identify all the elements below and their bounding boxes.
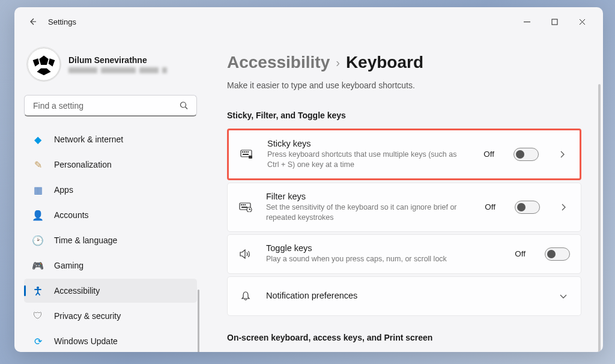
sidebar-item-privacy[interactable]: 🛡 Privacy & security <box>24 304 197 328</box>
app-title: Settings <box>48 17 76 26</box>
svg-point-6 <box>181 102 186 108</box>
body: Dilum Senevirathne ◆ Network & internet … <box>14 36 603 352</box>
chevron-right-icon <box>557 204 570 211</box>
clock-icon: 🕑 <box>32 235 43 246</box>
svg-rect-9 <box>242 151 243 153</box>
svg-rect-16 <box>241 204 242 205</box>
sidebar-item-apps[interactable]: ▦ Apps <box>24 178 197 202</box>
chevron-down-icon <box>557 294 570 299</box>
sidebar-item-label: Time & language <box>54 235 117 245</box>
card-text: Filter keys Set the sensitivity of the k… <box>266 192 471 223</box>
svg-rect-18 <box>244 204 246 205</box>
chevron-right-icon <box>556 151 569 158</box>
sidebar-item-label: Privacy & security <box>54 311 121 321</box>
svg-point-7 <box>37 287 39 289</box>
main-scrollbar[interactable] <box>598 84 601 352</box>
breadcrumb-parent[interactable]: Accessibility <box>227 53 330 72</box>
sticky-keys-row[interactable]: Sticky keys Press keyboard shortcuts tha… <box>227 129 581 180</box>
notification-preferences-row[interactable]: Notification preferences <box>227 276 581 316</box>
sticky-keys-state: Off <box>483 150 494 159</box>
search-icon <box>180 102 189 111</box>
sticky-keys-toggle[interactable] <box>514 148 539 161</box>
card-text: Sticky keys Press keyboard shortcuts tha… <box>267 139 470 170</box>
sidebar-item-label: Accounts <box>54 210 89 220</box>
sidebar-item-label: Personalization <box>54 160 112 169</box>
profile-block[interactable]: Dilum Senevirathne <box>24 38 197 94</box>
card-text: Notification preferences <box>266 291 540 302</box>
sidebar-item-update[interactable]: ⟳ Windows Update <box>24 329 197 352</box>
settings-window: Settings Dilum Senevirathne <box>14 7 603 352</box>
toggle-keys-state: Off <box>515 249 526 258</box>
sidebar-scrollbar[interactable] <box>198 290 199 352</box>
sidebar-item-network[interactable]: ◆ Network & internet <box>24 127 197 151</box>
wifi-icon: ◆ <box>32 134 43 145</box>
sidebar-item-label: Apps <box>54 185 73 195</box>
filter-keys-state: Off <box>485 202 495 211</box>
toggle-keys-toggle[interactable] <box>545 247 570 261</box>
sidebar-item-time[interactable]: 🕑 Time & language <box>24 228 197 252</box>
sidebar-item-label: Gaming <box>54 261 83 270</box>
svg-rect-14 <box>249 156 252 159</box>
page-subtitle: Make it easier to type and use keyboard … <box>227 80 581 90</box>
card-text: Toggle keys Play a sound when you press … <box>266 243 501 264</box>
maximize-icon <box>551 19 558 25</box>
sticky-keys-desc: Press keyboard shortcuts that use multip… <box>267 150 470 170</box>
bell-icon <box>238 291 253 302</box>
notif-pref-title: Notification preferences <box>266 291 540 300</box>
filter-keys-row[interactable]: Filter keys Set the sensitivity of the k… <box>227 183 581 232</box>
close-button[interactable] <box>568 12 596 31</box>
avatar <box>26 47 61 82</box>
search-input[interactable] <box>24 95 197 117</box>
keyboard-icon <box>240 150 254 159</box>
svg-rect-12 <box>247 151 249 153</box>
breadcrumb: Accessibility › Keyboard <box>227 53 581 72</box>
window-controls <box>513 12 596 31</box>
svg-rect-13 <box>243 154 249 155</box>
svg-rect-17 <box>243 204 244 205</box>
toggle-keys-row[interactable]: Toggle keys Play a sound when you press … <box>227 234 581 274</box>
svg-rect-10 <box>244 151 245 153</box>
nav: ◆ Network & internet ✎ Personalization ▦… <box>24 127 197 352</box>
sidebar-item-label: Accessibility <box>54 286 100 296</box>
svg-rect-0 <box>552 19 557 25</box>
update-icon: ⟳ <box>32 336 43 347</box>
toggle-keys-desc: Play a sound when you press caps, num, o… <box>266 254 488 264</box>
apps-icon: ▦ <box>32 184 43 195</box>
sidebar-item-accessibility[interactable]: Accessibility <box>24 279 197 303</box>
filter-keys-desc: Set the sensitivity of the keyboard so i… <box>266 202 471 223</box>
keyboard-clock-icon <box>238 202 253 212</box>
sidebar-item-label: Windows Update <box>54 336 118 346</box>
toggle-keys-title: Toggle keys <box>266 243 501 253</box>
filter-keys-toggle[interactable] <box>515 201 540 214</box>
accessibility-icon <box>32 285 43 296</box>
section-heading-sticky: Sticky, Filter, and Toggle keys <box>227 111 581 120</box>
svg-rect-19 <box>241 207 247 208</box>
close-icon <box>579 19 586 25</box>
minimize-button[interactable] <box>513 12 541 31</box>
page-title: Keyboard <box>346 53 423 72</box>
minimize-icon <box>524 19 530 25</box>
back-arrow-icon <box>28 17 37 26</box>
speaker-icon <box>238 249 253 259</box>
sidebar-item-accounts[interactable]: 👤 Accounts <box>24 203 197 227</box>
chevron-right-icon: › <box>336 56 340 70</box>
maximize-button[interactable] <box>541 12 568 31</box>
person-icon: 👤 <box>32 210 43 220</box>
sidebar-item-personalization[interactable]: ✎ Personalization <box>24 153 197 177</box>
user-name: Dilum Senevirathne <box>68 55 167 65</box>
back-button[interactable] <box>22 11 43 32</box>
section-heading-onscreen: On-screen keyboard, access keys, and Pri… <box>227 333 581 342</box>
sidebar-item-label: Network & internet <box>54 135 123 144</box>
titlebar: Settings <box>14 7 603 36</box>
user-email-redacted <box>68 67 167 73</box>
profile-text: Dilum Senevirathne <box>68 55 167 73</box>
main-content: Accessibility › Keyboard Make it easier … <box>207 36 603 352</box>
shield-icon: 🛡 <box>32 311 43 321</box>
sticky-keys-title: Sticky keys <box>267 139 470 148</box>
search-box <box>24 95 197 117</box>
svg-rect-11 <box>246 151 247 153</box>
brush-icon: ✎ <box>32 159 43 170</box>
gaming-icon: 🎮 <box>32 260 43 271</box>
sidebar-item-gaming[interactable]: 🎮 Gaming <box>24 253 197 278</box>
soccer-ball-icon <box>27 47 61 81</box>
